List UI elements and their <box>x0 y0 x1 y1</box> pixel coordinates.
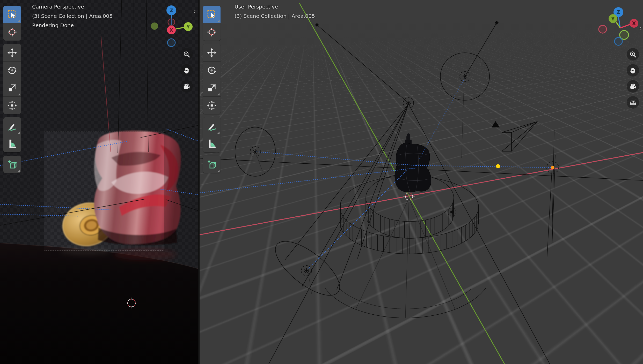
camera-view-button[interactable] <box>180 80 193 93</box>
axis-z[interactable]: Z <box>166 5 176 15</box>
axis-x[interactable]: X <box>167 26 176 34</box>
tool-annotate[interactable] <box>203 117 221 135</box>
camera-object[interactable] <box>492 122 537 151</box>
tool-group <box>203 117 221 152</box>
constraint-lines <box>200 78 553 270</box>
tool-group <box>203 44 221 114</box>
tool-group <box>3 44 21 114</box>
tool-select-box[interactable] <box>203 6 221 23</box>
axis-negative-z[interactable] <box>615 37 622 45</box>
user-view-canvas[interactable] <box>200 0 643 364</box>
tool-cursor[interactable] <box>3 23 21 41</box>
selected-light-point[interactable] <box>496 164 500 168</box>
camera-view-button[interactable] <box>627 80 639 93</box>
viewport-nav-buttons <box>180 48 193 93</box>
svg-text:Z: Z <box>617 9 620 15</box>
submenu-indicator <box>18 20 20 22</box>
bottle-wireframe[interactable] <box>395 133 431 192</box>
tool-shelf <box>3 6 21 173</box>
axis-negative-x[interactable] <box>599 25 607 33</box>
point-light-active[interactable] <box>547 130 559 259</box>
svg-text:Z: Z <box>170 7 173 13</box>
camera-viewport[interactable]: Camera Perspective (3) Scene Collection … <box>0 0 198 364</box>
zoom-button[interactable] <box>180 48 193 60</box>
tool-group <box>203 6 221 41</box>
submenu-indicator <box>18 93 20 95</box>
camera-render-canvas[interactable] <box>0 0 198 364</box>
tool-select-box[interactable] <box>3 6 21 23</box>
user-viewport[interactable]: User Perspective (3) Scene Collection | … <box>200 0 643 364</box>
tool-group <box>203 156 221 173</box>
tool-rotate[interactable] <box>203 62 221 79</box>
tool-scale[interactable] <box>203 79 221 96</box>
tool-group <box>3 6 21 41</box>
tool-scale[interactable] <box>3 79 21 96</box>
tool-transform[interactable] <box>203 97 221 114</box>
axis-negative-z[interactable] <box>167 39 175 47</box>
pan-button[interactable] <box>180 64 193 77</box>
tool-measure[interactable] <box>203 135 221 152</box>
tool-group <box>3 156 21 173</box>
axis-negative-x[interactable] <box>168 19 175 26</box>
submenu-indicator <box>18 170 20 172</box>
tool-annotate[interactable] <box>3 117 21 135</box>
svg-text:Y: Y <box>611 16 615 21</box>
submenu-indicator <box>217 132 220 134</box>
submenu-indicator <box>217 20 220 22</box>
tool-cursor[interactable] <box>203 23 221 41</box>
tool-transform[interactable] <box>3 97 21 114</box>
svg-text:X: X <box>632 20 636 26</box>
axis-y[interactable]: Y <box>184 22 193 31</box>
perfume-bottle-render <box>58 131 181 251</box>
svg-text:X: X <box>170 27 173 33</box>
axis-negative-y[interactable] <box>151 22 158 30</box>
axis-x[interactable]: X <box>630 19 638 28</box>
submenu-indicator <box>217 170 220 172</box>
tool-shelf <box>203 6 221 173</box>
tool-measure[interactable] <box>3 135 21 152</box>
sidebar-collapse-chevron[interactable]: ‹ <box>192 8 197 14</box>
tool-add-cube[interactable] <box>3 156 21 173</box>
submenu-indicator <box>18 132 20 134</box>
tool-group <box>3 117 21 152</box>
area-lights <box>235 21 498 305</box>
tool-move[interactable] <box>3 44 21 61</box>
sidebar-collapse-chevron[interactable]: ‹ <box>638 25 643 31</box>
orientation-gizmo[interactable]: Z Y X <box>593 4 643 48</box>
viewport-nav-buttons <box>627 48 639 109</box>
orientation-gizmo[interactable]: Z X Y <box>148 4 194 48</box>
zoom-button[interactable] <box>627 48 639 60</box>
tool-rotate[interactable] <box>3 62 21 79</box>
pan-button[interactable] <box>627 64 639 77</box>
spotlight-cone <box>269 23 550 364</box>
axis-y[interactable]: Y <box>609 14 617 23</box>
blender-window: Camera Perspective (3) Scene Collection … <box>0 0 643 364</box>
tool-move[interactable] <box>203 44 221 61</box>
ortho-grid-button[interactable] <box>627 96 639 109</box>
svg-text:Y: Y <box>186 24 190 29</box>
tool-add-cube[interactable] <box>203 156 221 173</box>
submenu-indicator <box>217 93 220 95</box>
